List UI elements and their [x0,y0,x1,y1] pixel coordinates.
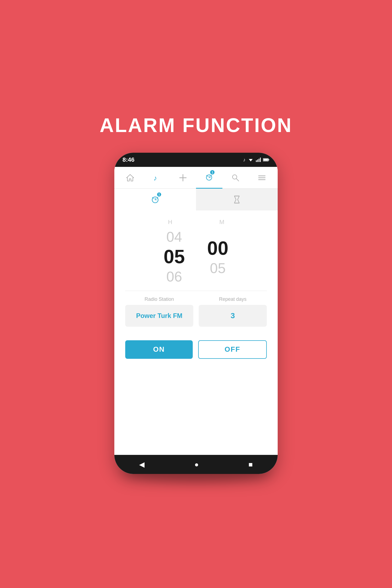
alarm-nav-badge: 1 [210,170,215,174]
svg-marker-28 [234,196,239,203]
min-next: 05 [210,260,226,277]
alarm-nav-icon [205,173,213,181]
hour-prev: 04 [166,228,182,245]
radio-station-label: Radio Station [125,296,193,302]
wifi-icon [248,158,254,162]
svg-rect-8 [264,159,268,161]
music-status-icon: ♪ [243,157,246,163]
hour-label: H [154,219,186,226]
svg-rect-3 [257,160,258,162]
music-icon: ♪ [153,174,160,182]
nav-item-alarm[interactable]: 1 [196,167,222,189]
svg-rect-2 [256,160,257,162]
battery-icon [263,158,270,162]
top-nav: ♪ [114,167,278,189]
nav-item-home[interactable] [117,167,143,189]
nav-item-menu[interactable] [249,167,275,189]
hours-column[interactable]: 04 05 06 [158,228,191,285]
nav-item-add[interactable] [170,167,196,189]
recent-button[interactable]: ■ [249,460,253,469]
time-labels: H M [144,219,248,226]
signal-icon [256,158,261,162]
svg-line-19 [236,179,239,181]
add-icon [179,174,187,182]
svg-marker-9 [127,174,134,181]
settings-row: Radio Station Power Turk FM Repeat days … [125,296,267,327]
svg-rect-7 [268,159,269,160]
minute-label: M [206,219,238,226]
nav-item-search[interactable] [222,167,249,189]
minutes-column[interactable]: 00 05 [201,237,234,277]
status-bar: 8:46 ♪ [114,153,278,167]
radio-station-setting[interactable]: Radio Station Power Turk FM [125,296,193,327]
sub-nav: 1 [114,189,278,210]
repeat-days-label: Repeat days [199,296,267,302]
svg-rect-4 [259,159,259,162]
app-container: ♪ [114,167,278,455]
sub-nav-timer[interactable] [196,189,278,210]
off-button[interactable]: OFF [198,340,267,359]
repeat-days-setting[interactable]: Repeat days 3 [199,296,267,327]
on-button[interactable]: ON [125,340,193,359]
phone-mockup: 8:46 ♪ [114,153,278,474]
menu-icon [258,175,266,181]
home-icon [126,174,134,182]
min-current: 00 [207,237,228,260]
svg-text:♪: ♪ [154,174,157,182]
svg-rect-5 [260,158,261,162]
status-time: 8:46 [122,156,134,163]
sub-nav-alarm[interactable]: 1 [114,189,196,210]
timer-sub-icon [232,195,241,204]
phone-body: 8:46 ♪ [114,153,278,474]
repeat-days-value: 3 [231,311,235,320]
time-scroll: 04 05 06 00 05 [158,228,234,285]
radio-station-box[interactable]: Power Turk FM [125,305,193,327]
status-icons: ♪ [243,157,270,163]
hour-next: 06 [166,268,182,285]
home-button[interactable]: ● [194,460,199,469]
radio-station-value: Power Turk FM [136,312,182,320]
time-picker: H M 04 05 06 00 05 [114,210,278,291]
page-title: ALARM FUNCTION [100,114,292,136]
settings-area: Radio Station Power Turk FM Repeat days … [114,291,278,335]
repeat-days-box[interactable]: 3 [199,305,267,327]
bottom-bar: ◀ ● ■ [114,455,278,474]
nav-item-music[interactable]: ♪ [143,167,170,189]
alarm-sub-badge: 1 [157,192,161,197]
buttons-row: ON OFF [114,335,278,367]
back-button[interactable]: ◀ [139,460,145,469]
hour-current: 05 [164,245,185,268]
search-icon [232,174,239,182]
